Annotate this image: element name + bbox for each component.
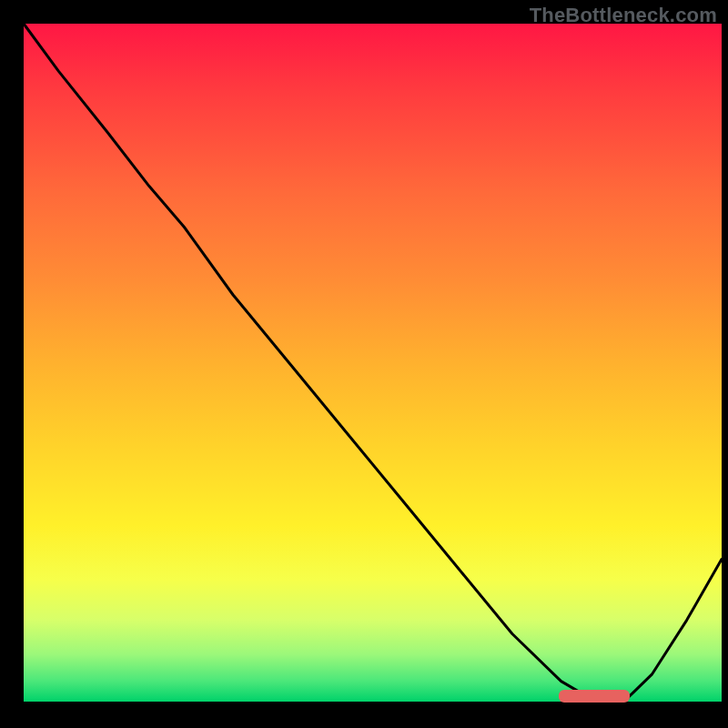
watermark-text: TheBottleneck.com [530, 4, 717, 27]
chart-container: TheBottleneck.com [0, 0, 728, 728]
heatmap-gradient [24, 24, 722, 702]
optimal-marker [559, 690, 630, 703]
plot-area [0, 0, 728, 728]
bottleneck-chart [0, 0, 728, 728]
